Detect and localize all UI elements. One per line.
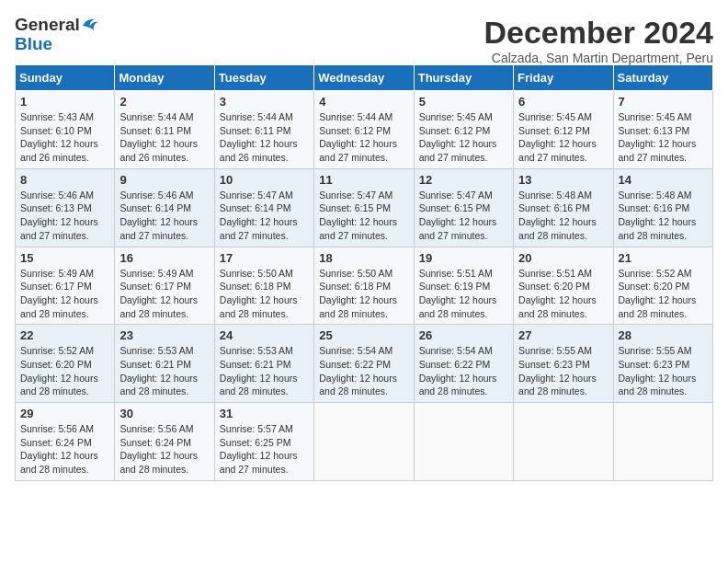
day-number: 23 — [119, 328, 209, 342]
daylight-minutes: and 28 minutes. — [319, 385, 388, 396]
day-number: 28 — [619, 328, 708, 342]
daylight-label: Daylight: 12 hours — [220, 294, 298, 305]
daylight-label: Daylight: 12 hours — [119, 294, 198, 305]
calendar-cell — [314, 403, 414, 481]
daylight-minutes: and 27 minutes. — [619, 152, 688, 163]
calendar-cell: 25 Sunrise: 5:54 AM Sunset: 6:22 PM Dayl… — [314, 325, 414, 403]
sunset-label: Sunset: 6:16 PM — [619, 202, 690, 213]
day-number: 11 — [319, 173, 408, 187]
sunset-label: Sunset: 6:15 PM — [419, 202, 491, 213]
sunrise-label: Sunrise: 5:44 AM — [319, 111, 392, 122]
day-number: 24 — [220, 328, 309, 342]
calendar-cell — [414, 403, 513, 481]
day-header: Tuesday — [214, 65, 313, 91]
daylight-label: Daylight: 12 hours — [419, 373, 497, 384]
daylight-label: Daylight: 12 hours — [319, 294, 397, 305]
day-number: 6 — [518, 95, 608, 109]
day-number: 20 — [518, 251, 608, 265]
day-info: Sunrise: 5:52 AM Sunset: 6:20 PM Dayligh… — [20, 344, 109, 398]
sunrise-label: Sunrise: 5:54 AM — [319, 345, 392, 356]
sunrise-label: Sunrise: 5:49 AM — [119, 268, 193, 279]
daylight-label: Daylight: 12 hours — [20, 450, 98, 461]
sunset-label: Sunset: 6:17 PM — [119, 281, 191, 292]
calendar-cell: 20 Sunrise: 5:51 AM Sunset: 6:20 PM Dayl… — [514, 247, 613, 325]
daylight-label: Daylight: 12 hours — [220, 450, 298, 461]
daylight-minutes: and 27 minutes. — [319, 230, 388, 241]
daylight-minutes: and 28 minutes. — [518, 308, 587, 319]
daylight-minutes: and 27 minutes. — [419, 152, 488, 163]
sunrise-label: Sunrise: 5:45 AM — [619, 111, 692, 122]
sunset-label: Sunset: 6:14 PM — [119, 202, 191, 213]
daylight-label: Daylight: 12 hours — [20, 373, 98, 384]
sunset-label: Sunset: 6:18 PM — [220, 281, 291, 292]
calendar-cell — [613, 403, 712, 481]
day-number: 22 — [20, 328, 109, 342]
calendar-cell: 13 Sunrise: 5:48 AM Sunset: 6:16 PM Dayl… — [514, 168, 613, 247]
day-info: Sunrise: 5:47 AM Sunset: 6:15 PM Dayligh… — [419, 189, 508, 243]
day-number: 25 — [319, 328, 408, 342]
calendar-cell: 30 Sunrise: 5:56 AM Sunset: 6:24 PM Dayl… — [115, 403, 214, 481]
daylight-minutes: and 28 minutes. — [518, 230, 587, 241]
daylight-label: Daylight: 12 hours — [619, 373, 697, 384]
day-info: Sunrise: 5:48 AM Sunset: 6:16 PM Dayligh… — [518, 189, 608, 243]
daylight-label: Daylight: 12 hours — [619, 138, 697, 149]
sunrise-label: Sunrise: 5:48 AM — [518, 190, 592, 201]
logo-blue-text: Blue — [15, 35, 100, 52]
sunset-label: Sunset: 6:22 PM — [319, 359, 391, 370]
sunset-label: Sunset: 6:19 PM — [419, 281, 491, 292]
day-info: Sunrise: 5:44 AM Sunset: 6:12 PM Dayligh… — [319, 110, 408, 165]
daylight-minutes: and 28 minutes. — [119, 464, 188, 475]
logo-block: General Blue — [15, 15, 100, 52]
calendar-cell: 1 Sunrise: 5:43 AM Sunset: 6:10 PM Dayli… — [16, 91, 115, 169]
calendar-cell: 9 Sunrise: 5:46 AM Sunset: 6:14 PM Dayli… — [115, 168, 214, 247]
daylight-minutes: and 28 minutes. — [619, 308, 688, 319]
calendar-cell: 14 Sunrise: 5:48 AM Sunset: 6:16 PM Dayl… — [613, 168, 712, 247]
day-number: 7 — [619, 95, 708, 109]
day-header: Wednesday — [314, 65, 414, 91]
daylight-minutes: and 27 minutes. — [419, 230, 488, 241]
daylight-minutes: and 26 minutes. — [20, 152, 89, 163]
daylight-label: Daylight: 12 hours — [619, 294, 697, 305]
day-number: 8 — [20, 173, 109, 187]
daylight-minutes: and 26 minutes. — [220, 152, 289, 163]
sunset-label: Sunset: 6:11 PM — [220, 125, 291, 136]
sunset-label: Sunset: 6:12 PM — [518, 125, 590, 136]
day-number: 3 — [220, 95, 309, 109]
day-info: Sunrise: 5:45 AM Sunset: 6:12 PM Dayligh… — [419, 110, 508, 165]
day-info: Sunrise: 5:45 AM Sunset: 6:13 PM Dayligh… — [619, 110, 708, 165]
day-info: Sunrise: 5:53 AM Sunset: 6:21 PM Dayligh… — [220, 344, 309, 398]
sunset-label: Sunset: 6:23 PM — [518, 359, 590, 370]
sunset-label: Sunset: 6:16 PM — [518, 202, 590, 213]
daylight-label: Daylight: 12 hours — [20, 138, 98, 149]
day-info: Sunrise: 5:56 AM Sunset: 6:24 PM Dayligh… — [119, 422, 209, 477]
daylight-label: Daylight: 12 hours — [119, 373, 198, 384]
sunrise-label: Sunrise: 5:50 AM — [319, 268, 392, 279]
day-info: Sunrise: 5:51 AM Sunset: 6:20 PM Dayligh… — [518, 267, 608, 321]
calendar-cell: 27 Sunrise: 5:55 AM Sunset: 6:23 PM Dayl… — [514, 325, 613, 403]
calendar-cell: 3 Sunrise: 5:44 AM Sunset: 6:11 PM Dayli… — [214, 91, 313, 169]
daylight-minutes: and 28 minutes. — [319, 308, 388, 319]
sunrise-label: Sunrise: 5:47 AM — [319, 190, 392, 201]
sunrise-label: Sunrise: 5:47 AM — [419, 190, 493, 201]
sunset-label: Sunset: 6:17 PM — [20, 281, 92, 292]
sunrise-label: Sunrise: 5:45 AM — [518, 111, 592, 122]
sunset-label: Sunset: 6:21 PM — [220, 359, 291, 370]
daylight-label: Daylight: 12 hours — [518, 216, 597, 227]
sunset-label: Sunset: 6:12 PM — [319, 125, 391, 136]
day-number: 30 — [119, 407, 209, 420]
daylight-minutes: and 27 minutes. — [20, 230, 89, 241]
calendar-cell: 31 Sunrise: 5:57 AM Sunset: 6:25 PM Dayl… — [214, 403, 313, 481]
day-info: Sunrise: 5:55 AM Sunset: 6:23 PM Dayligh… — [619, 344, 708, 398]
daylight-minutes: and 28 minutes. — [619, 385, 688, 396]
day-number: 2 — [119, 95, 209, 109]
calendar-cell: 16 Sunrise: 5:49 AM Sunset: 6:17 PM Dayl… — [115, 247, 214, 325]
day-info: Sunrise: 5:44 AM Sunset: 6:11 PM Dayligh… — [119, 110, 209, 165]
day-header: Monday — [115, 65, 214, 91]
day-info: Sunrise: 5:43 AM Sunset: 6:10 PM Dayligh… — [20, 110, 109, 165]
sunrise-label: Sunrise: 5:57 AM — [220, 423, 293, 434]
daylight-label: Daylight: 12 hours — [319, 216, 397, 227]
day-number: 14 — [619, 173, 708, 187]
daylight-label: Daylight: 12 hours — [419, 138, 497, 149]
day-number: 4 — [319, 95, 408, 109]
calendar-cell: 6 Sunrise: 5:45 AM Sunset: 6:12 PM Dayli… — [514, 91, 613, 169]
